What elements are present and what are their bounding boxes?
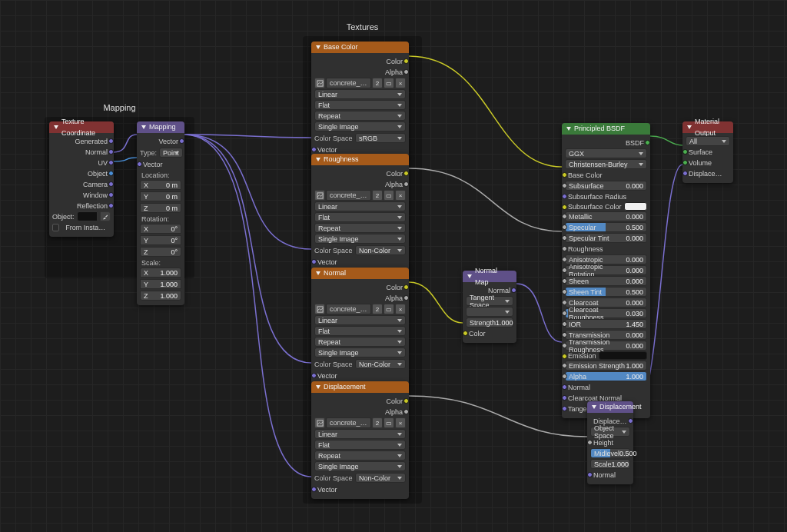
bsdf-input-roughness: Roughness xyxy=(565,244,647,254)
midlevel-field[interactable]: Midlevel0.500 xyxy=(590,448,630,458)
image-icon[interactable] xyxy=(314,78,325,88)
image-selector[interactable]: concrete_0015_rou... 2 ▭ × xyxy=(314,190,406,201)
socket-generated[interactable] xyxy=(108,138,114,144)
interpolation-dropdown[interactable]: Linear xyxy=(314,89,406,99)
node-tex-normal[interactable]: Normal Color Alpha concrete_0015_nor... … xyxy=(311,268,409,385)
close-icon[interactable]: × xyxy=(395,78,406,88)
space-dropdown[interactable]: Tangent Space xyxy=(466,296,513,306)
socket-alpha[interactable] xyxy=(403,181,409,187)
chevron-down-icon xyxy=(316,45,320,49)
object-field[interactable] xyxy=(77,211,98,221)
uvmap-dropdown[interactable] xyxy=(466,307,513,317)
node-tex-roughness[interactable]: Roughness Color Alpha concrete_0015_rou.… xyxy=(311,154,409,271)
target-dropdown[interactable]: All xyxy=(686,136,730,146)
bsdf-transmission-roughness[interactable]: Transmission Roughness0.000 xyxy=(565,341,647,351)
color-swatch[interactable] xyxy=(599,351,647,360)
socket-object[interactable] xyxy=(108,171,114,176)
chevron-down-icon xyxy=(592,405,596,409)
chevron-down-icon xyxy=(566,127,571,131)
node-texture-coordinate[interactable]: Texture Coordinate Generated Normal UV O… xyxy=(49,121,114,237)
socket-vector-out[interactable] xyxy=(179,138,184,144)
eyedropper-icon[interactable] xyxy=(100,211,111,221)
scale-vector[interactable]: X1.000 Y1.000 Z1.000 xyxy=(140,267,181,301)
space-dropdown[interactable]: Object Space xyxy=(590,427,630,437)
bsdf-specular-tint[interactable]: Specular Tint0.000 xyxy=(565,233,647,243)
image-icon[interactable] xyxy=(314,304,325,314)
chevron-down-icon xyxy=(141,125,146,129)
image-icon[interactable] xyxy=(314,190,325,201)
socket-normal[interactable] xyxy=(108,149,114,155)
bsdf-sheen-tint[interactable]: Sheen Tint0.500 xyxy=(565,287,647,297)
socket-vector-in[interactable] xyxy=(137,161,142,167)
color-swatch[interactable] xyxy=(624,202,647,211)
chevron-down-icon xyxy=(316,271,320,275)
distribution-dropdown[interactable]: GGX xyxy=(565,148,647,158)
open-icon[interactable]: ▭ xyxy=(384,190,394,201)
node-displacement[interactable]: Displacement Displacement Object Space H… xyxy=(587,401,633,484)
sss-method-dropdown[interactable]: Christensen-Burley xyxy=(565,159,647,169)
node-tex-basecolor[interactable]: Base Color Color Alpha concrete_0015_ba.… xyxy=(311,42,409,159)
socket-reflection[interactable] xyxy=(108,203,114,208)
bsdf-input-base-color: Base Color xyxy=(565,170,647,180)
chevron-down-icon xyxy=(316,385,320,389)
node-header: Base Color xyxy=(311,42,409,53)
bsdf-specular[interactable]: Specular0.500 xyxy=(565,222,647,232)
frame-textures-label: Textures xyxy=(303,22,422,32)
bsdf-input-normal: Normal xyxy=(565,382,647,392)
object-label: Object: xyxy=(52,213,75,221)
colorspace-dropdown[interactable]: sRGB xyxy=(355,133,406,143)
bsdf-subsurface[interactable]: Subsurface0.000 xyxy=(565,181,647,191)
socket-camera[interactable] xyxy=(108,181,114,187)
socket-window[interactable] xyxy=(108,192,114,198)
location-vector[interactable]: X0 m Y0 m Z0 m xyxy=(140,179,181,214)
node-material-output[interactable]: Material Output All Surface Volume Displ… xyxy=(682,121,733,183)
scale-field[interactable]: Scale1.000 xyxy=(590,459,630,469)
bsdf-ior[interactable]: IOR1.450 xyxy=(565,319,647,329)
bsdf-alpha[interactable]: Alpha1.000 xyxy=(565,371,647,381)
projection-dropdown[interactable]: Flat xyxy=(314,100,406,110)
open-icon[interactable]: ▭ xyxy=(384,78,394,88)
rotation-vector[interactable]: X0° Y0° Z0° xyxy=(140,223,181,258)
strength-field[interactable]: Strength1.000 xyxy=(466,318,513,328)
bsdf-clearcoat-roughness[interactable]: Clearcoat Roughness0.030 xyxy=(565,308,647,318)
chevron-down-icon xyxy=(687,125,692,129)
type-dropdown[interactable]: Point xyxy=(159,148,183,158)
node-header: Mapping xyxy=(137,121,184,133)
user-count-icon[interactable]: 2 xyxy=(372,78,383,88)
image-icon[interactable] xyxy=(314,417,325,428)
chevron-down-icon xyxy=(467,274,472,278)
socket-uv[interactable] xyxy=(108,160,114,165)
frame-mapping-label: Mapping xyxy=(45,103,194,112)
from-instancer-checkbox[interactable] xyxy=(52,224,59,231)
node-principled-bsdf[interactable]: Principled BSDF BSDF GGX Christensen-Bur… xyxy=(562,123,650,418)
bsdf-emission-strength[interactable]: Emission Strength1.000 xyxy=(565,361,647,371)
image-selector[interactable]: concrete_0015_ba... 2 ▭ × xyxy=(314,78,406,88)
frame-dropdown[interactable]: Single Image xyxy=(314,121,406,131)
socket-vector-in[interactable] xyxy=(311,147,317,152)
bsdf-metallic[interactable]: Metallic0.000 xyxy=(565,211,647,221)
node-normal-map[interactable]: Normal Map Normal Tangent Space Strength… xyxy=(463,271,516,343)
socket-color[interactable] xyxy=(403,171,409,176)
chevron-down-icon xyxy=(54,125,58,129)
bsdf-sheen[interactable]: Sheen0.000 xyxy=(565,276,647,286)
node-header: Texture Coordinate xyxy=(49,121,114,133)
socket-alpha[interactable] xyxy=(403,69,409,75)
extension-dropdown[interactable]: Repeat xyxy=(314,111,406,121)
socket-color[interactable] xyxy=(403,58,409,64)
bsdf-input-subsurface-radius: Subsurface Radius xyxy=(565,191,647,201)
chevron-down-icon xyxy=(316,158,320,161)
bsdf-anisotropic-rotation[interactable]: Anisotropic Rotation0.000 xyxy=(565,265,647,275)
close-icon[interactable]: × xyxy=(395,190,406,201)
node-mapping[interactable]: Mapping Vector Type:Point Vector Locatio… xyxy=(137,121,184,305)
node-tex-displacement[interactable]: Displacement Color Alpha concrete_0015_h… xyxy=(311,381,409,499)
